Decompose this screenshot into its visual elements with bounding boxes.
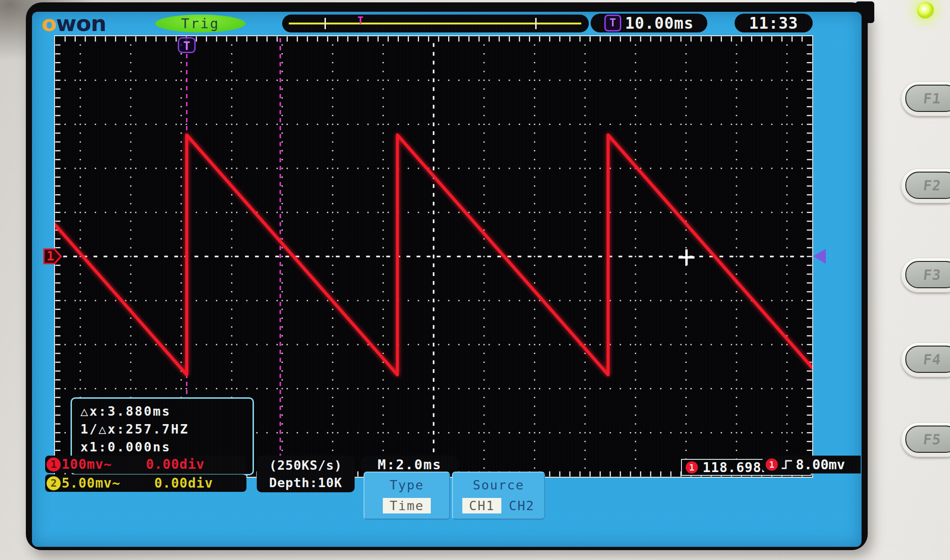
fkey-f3[interactable]: F3 <box>901 258 950 292</box>
trigger-level-value: 8.00mv <box>796 457 845 473</box>
channel1-icon: 1 <box>47 457 61 472</box>
trigger-status-badge: Trig <box>155 15 245 32</box>
channel2-position: 0.00div <box>154 475 213 491</box>
channel1-icon: 1 <box>766 458 778 471</box>
clock: 11:33 <box>735 14 813 32</box>
fkey-f1[interactable]: F1 <box>901 81 950 116</box>
fkey-f4[interactable]: F4 <box>901 342 950 377</box>
fkey-label: F2 <box>922 177 942 194</box>
record-length-line <box>289 23 581 24</box>
horizontal-position-bar: T <box>282 15 589 32</box>
menu-source-label: Source <box>473 478 524 492</box>
cursor-x1: x1:0.000ns <box>80 438 244 456</box>
scope-display: owon Trig T T 10.00ms 11:33 T △x:3.880 <box>32 12 862 547</box>
cursor-inverse-dx: 1/△x:257.7HZ <box>80 420 244 438</box>
channel1-scale: 100mv~ <box>62 457 112 472</box>
trigger-level-readout: 1 8.00mv <box>761 456 861 473</box>
owon-logo: owon <box>41 12 106 35</box>
trigger-time-marker-icon: T <box>357 15 364 26</box>
fkey-f5[interactable]: F5 <box>901 422 950 457</box>
power-led-green <box>917 2 934 19</box>
acquisition-status: (250KS/s) Depth:10K <box>257 456 355 492</box>
rising-edge-icon <box>781 458 793 471</box>
graticule: T △x:3.880ms 1/△x:257.7HZ x1:0.000ns x2:… <box>54 35 813 478</box>
screen-frame: owon Trig T T 10.00ms 11:33 T △x:3.880 <box>26 2 868 550</box>
fkey-f4-cap: F4 <box>905 346 950 373</box>
channel2-status: 2 5.00mv~ 0.00div <box>45 474 246 492</box>
fkey-f3-cap: F3 <box>905 261 950 288</box>
menu-type-value[interactable]: Time <box>383 498 430 513</box>
trigger-delay-readout: T 10.00ms <box>591 14 707 32</box>
channel2-icon: 2 <box>47 476 61 490</box>
trigger-position-marker-icon: T <box>178 37 196 53</box>
trigger-level-marker <box>813 249 826 264</box>
fkey-label: F1 <box>922 90 942 107</box>
fkey-f2[interactable]: F2 <box>901 168 950 203</box>
fkey-f1-cap: F1 <box>905 85 950 112</box>
channel1-icon: 1 <box>686 461 698 473</box>
menu-source-ch2-option[interactable]: CH2 <box>509 498 535 513</box>
fkey-f2-cap: F2 <box>905 172 950 199</box>
window-marker-tick <box>535 18 537 29</box>
channel2-scale: 5.00mv~ <box>62 475 120 491</box>
channel1-status: 1 100mv~ 0.00div <box>45 456 246 473</box>
sample-rate: (250KS/s) <box>269 457 342 474</box>
trigger-delay-value: 10.00ms <box>625 14 694 32</box>
fkey-label: F5 <box>922 431 942 448</box>
fkey-label: F3 <box>922 267 942 283</box>
menu-type-label: Type <box>389 478 424 492</box>
channel1-position: 0.00div <box>146 457 205 472</box>
window-marker-tick <box>325 18 326 29</box>
menu-type-button[interactable]: Type Time <box>364 472 450 520</box>
main-timebase-readout: M:2.0ms <box>360 456 459 473</box>
fkey-f5-cap: F5 <box>905 426 950 453</box>
channel1-position-marker: 1 <box>43 248 62 264</box>
menu-source-button[interactable]: Source CH1 CH2 <box>452 472 545 520</box>
fkey-label: F4 <box>922 351 942 368</box>
cursor-dx: △x:3.880ms <box>80 402 244 420</box>
trigger-shield-icon: T <box>604 15 621 32</box>
clock-value: 11:33 <box>749 14 798 32</box>
menu-source-ch1-option[interactable]: CH1 <box>462 498 501 513</box>
oscilloscope-front-panel: F1 F2 F3 F4 F5 owon Trig T T 10.00ms 11:… <box>0 0 950 560</box>
record-depth: Depth:10K <box>269 474 342 491</box>
